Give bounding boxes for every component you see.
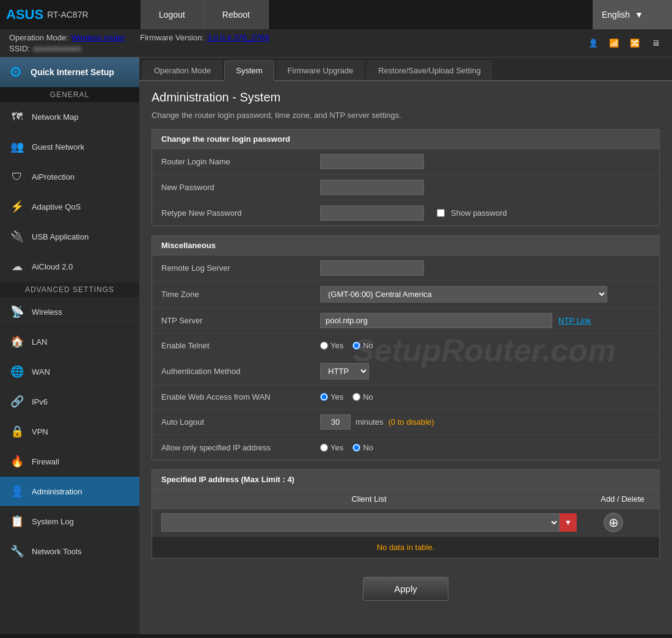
no-data-row: No data in table. xyxy=(152,537,659,558)
sidebar-label-usb-application: USB Application xyxy=(32,232,89,241)
apply-button[interactable]: Apply xyxy=(363,577,448,601)
reboot-button[interactable]: Reboot xyxy=(204,0,269,29)
tab-restore-save[interactable]: Restore/Save/Upload Setting xyxy=(367,61,492,80)
ntp-server-input[interactable] xyxy=(320,313,552,328)
language-selector[interactable]: English ▼ xyxy=(593,0,672,29)
sidebar-item-wireless[interactable]: Wireless xyxy=(0,297,139,327)
firmware-value[interactable]: 3.0.0.4.376_2769 xyxy=(207,33,269,42)
sidebar-item-aicloud[interactable]: AiCloud 2.0 xyxy=(0,252,139,282)
allow-ip-row: Allow only specified IP address Yes xyxy=(152,435,659,460)
remote-log-server-input[interactable] xyxy=(320,260,424,276)
auto-logout-unit: minutes xyxy=(356,417,384,427)
web-access-no-option[interactable]: No xyxy=(352,392,373,402)
wifi-status-icon[interactable]: 📶 xyxy=(607,36,621,51)
allow-ip-yes-radio[interactable] xyxy=(320,444,328,452)
web-access-no-radio[interactable] xyxy=(352,393,360,401)
quick-internet-setup[interactable]: Quick Internet Setup xyxy=(0,57,139,87)
auth-method-select[interactable]: HTTP HTTPS Both xyxy=(320,363,369,380)
telnet-yes-option[interactable]: Yes xyxy=(320,341,343,350)
telnet-no-radio[interactable] xyxy=(352,342,360,350)
retype-password-input[interactable] xyxy=(320,205,424,221)
sidebar-item-ipv6[interactable]: IPv6 xyxy=(0,387,139,417)
op-mode-value[interactable]: Wireless router xyxy=(71,33,125,42)
router-login-name-input[interactable] xyxy=(320,154,424,169)
ip-add-cell: ⊕ xyxy=(577,513,650,532)
wan-icon xyxy=(9,363,26,380)
sidebar-label-network-map: Network Map xyxy=(32,112,79,122)
sidebar-item-usb-application[interactable]: USB Application xyxy=(0,222,139,252)
ip-dropdown-arrow-button[interactable]: ▼ xyxy=(560,513,577,532)
sidebar-item-guest-network[interactable]: Guest Network xyxy=(0,132,139,162)
misc-section: Miscellaneous Remote Log Server Time Zon… xyxy=(152,235,660,460)
web-access-yes-radio[interactable] xyxy=(320,393,328,401)
enable-telnet-label: Enable Telnet xyxy=(161,341,320,350)
sidebar-item-network-map[interactable]: Network Map xyxy=(0,102,139,132)
time-zone-control: (GMT-06:00) Central America (GMT-12:00) … xyxy=(320,286,650,302)
logout-button[interactable]: Logout xyxy=(141,0,204,29)
retype-password-control: Show password xyxy=(320,205,650,221)
sidebar-item-vpn[interactable]: VPN xyxy=(0,417,139,447)
show-password-label: Show password xyxy=(451,208,507,218)
web-access-yes-option[interactable]: Yes xyxy=(320,392,343,402)
tab-firmware-upgrade[interactable]: Firmware Upgrade xyxy=(276,61,365,80)
retype-password-label: Retype New Password xyxy=(161,208,320,218)
vpn-icon xyxy=(9,423,26,440)
sidebar-label-administration: Administration xyxy=(32,487,82,496)
time-zone-select[interactable]: (GMT-06:00) Central America (GMT-12:00) … xyxy=(320,286,607,302)
info-bar-icons: 👤 📶 🔀 🖥 xyxy=(586,36,663,51)
language-arrow-icon: ▼ xyxy=(635,10,643,20)
logo-area: ASUS RT-AC87R xyxy=(0,0,141,29)
add-ip-button[interactable]: ⊕ xyxy=(604,513,623,532)
tab-operation-mode[interactable]: Operation Mode xyxy=(142,61,222,80)
sidebar-item-lan[interactable]: LAN xyxy=(0,327,139,357)
top-nav: Logout Reboot English ▼ xyxy=(141,0,672,29)
main-layout: Quick Internet Setup General Network Map… xyxy=(0,57,672,634)
ssid-label: SSID: xyxy=(9,44,30,53)
auto-logout-control: minutes (0 to disable) xyxy=(320,414,650,430)
user-icon[interactable]: 👤 xyxy=(586,36,601,51)
sidebar-label-adaptive-qos: Adaptive QoS xyxy=(32,202,81,211)
apply-row: Apply xyxy=(152,568,660,610)
sidebar-label-lan: LAN xyxy=(32,337,47,346)
ntp-server-control: NTP Link xyxy=(320,313,650,328)
sidebar-label-aicloud: AiCloud 2.0 xyxy=(32,262,73,271)
telnet-yes-label: Yes xyxy=(331,341,343,350)
telnet-yes-radio[interactable] xyxy=(320,342,328,350)
ntp-link[interactable]: NTP Link xyxy=(558,316,591,325)
language-label: English xyxy=(602,10,630,20)
client-list-column-header: Client List xyxy=(152,490,586,508)
sidebar-item-wan[interactable]: WAN xyxy=(0,357,139,387)
auto-logout-input[interactable] xyxy=(320,414,351,430)
sidebar-label-ipv6: IPv6 xyxy=(32,397,48,406)
quick-internet-label: Quick Internet Setup xyxy=(31,67,114,77)
allow-ip-no-radio[interactable] xyxy=(352,444,360,452)
sidebar-label-vpn: VPN xyxy=(32,427,48,436)
allow-ip-no-option[interactable]: No xyxy=(352,443,373,452)
allow-ip-control: Yes No xyxy=(320,443,650,452)
content-area: Operation Mode System Firmware Upgrade R… xyxy=(139,57,672,634)
ip-client-dropdown[interactable] xyxy=(161,513,560,532)
sidebar-item-administration[interactable]: Administration xyxy=(0,477,139,507)
link-icon[interactable]: 🔀 xyxy=(627,36,642,51)
page-description: Change the router login password, time z… xyxy=(152,111,660,120)
sidebar-label-aiprotection: AiProtection xyxy=(32,172,75,182)
sidebar-item-system-log[interactable]: System Log xyxy=(0,507,139,537)
telnet-no-option[interactable]: No xyxy=(352,341,373,350)
aiprotection-icon xyxy=(9,168,26,185)
lan-icon xyxy=(9,333,26,350)
tab-system[interactable]: System xyxy=(224,61,274,81)
sidebar-label-network-tools: Network Tools xyxy=(32,547,81,556)
new-password-input[interactable] xyxy=(320,180,424,195)
sidebar-item-aiprotection[interactable]: AiProtection xyxy=(0,162,139,192)
ip-table-row: ▼ ⊕ xyxy=(152,509,659,537)
show-password-checkbox[interactable] xyxy=(437,209,445,217)
sidebar-item-adaptive-qos[interactable]: Adaptive QoS xyxy=(0,192,139,222)
sidebar-item-firewall[interactable]: Firewall xyxy=(0,447,139,477)
ipv6-icon xyxy=(9,393,26,410)
specified-ip-header: Specified IP address (Max Limit : 4) xyxy=(152,470,659,490)
info-bar: Operation Mode: Wireless router Firmware… xyxy=(0,29,672,57)
allow-ip-yes-option[interactable]: Yes xyxy=(320,443,343,452)
monitor-icon[interactable]: 🖥 xyxy=(648,36,663,51)
content-wrapper: SetupRouter.com Administration - System … xyxy=(139,81,672,619)
sidebar-item-network-tools[interactable]: Network Tools xyxy=(0,537,139,566)
